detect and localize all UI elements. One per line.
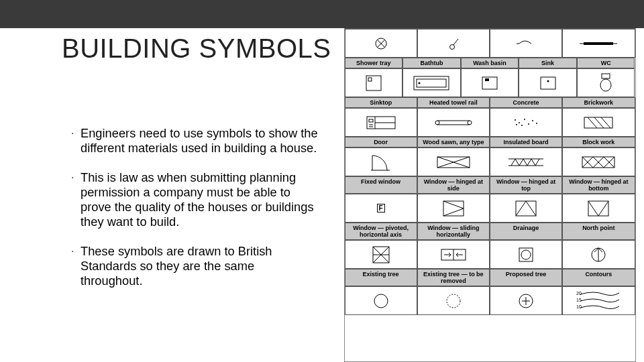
contours-icon: 20 15 10 xyxy=(575,289,622,313)
svg-point-30 xyxy=(515,119,516,121)
table-header: WC xyxy=(577,58,635,68)
window-side-icon xyxy=(442,200,465,217)
symbol-wood-sawn xyxy=(417,147,490,176)
table-header: Window — hinged at side xyxy=(417,176,490,194)
table-header: Sink xyxy=(519,58,577,68)
symbol-sinktop xyxy=(345,108,417,137)
svg-point-34 xyxy=(532,120,533,121)
table-header: Window — sliding horizontally xyxy=(417,223,490,240)
table-header-row: Sinktop Heated towel rail Concrete Brick… xyxy=(345,97,635,108)
svg-rect-62 xyxy=(588,201,608,216)
table-header: Shower tray xyxy=(345,58,403,68)
table-header-row: Existing tree Existing tree — to be remo… xyxy=(345,269,635,286)
symbol-north-point xyxy=(562,240,635,269)
table-row: F xyxy=(345,194,635,223)
window-pivot-icon xyxy=(370,244,392,265)
text-column: BUILDING SYMBOLS · Engineers need to use… xyxy=(0,0,335,362)
table-header: Door xyxy=(345,137,417,147)
table-header: Existing tree — to be removed xyxy=(417,269,490,286)
table-header: Brickwork xyxy=(562,97,635,108)
north-point-icon xyxy=(590,246,607,263)
table-header: Wood sawn, any type xyxy=(417,137,490,147)
table-header-row: Door Wood sawn, any type Insulated board… xyxy=(345,137,635,147)
svg-point-35 xyxy=(536,123,537,124)
sink-icon xyxy=(539,76,557,90)
symbol-block-work xyxy=(562,147,635,176)
wood-sawn-icon xyxy=(437,156,470,168)
table-header: Bathtub xyxy=(402,58,461,68)
symbol-heated-towel-rail xyxy=(417,108,490,137)
svg-line-57 xyxy=(443,201,464,208)
table-header: Sinktop xyxy=(345,97,417,108)
symbol-switch xyxy=(417,29,490,58)
symbol-socket xyxy=(490,29,562,58)
bullet-text: Engineers need to use symbols to show th… xyxy=(80,126,319,156)
table-header: Contours xyxy=(562,269,635,286)
symbol-lamp xyxy=(345,29,417,58)
symbol-fixed-window: F xyxy=(345,194,417,223)
bullet-text: These symbols are drawn to British Stand… xyxy=(80,244,319,288)
svg-point-37 xyxy=(516,124,517,125)
symbol-window-pivot xyxy=(345,240,417,269)
svg-rect-15 xyxy=(485,78,489,81)
wash-basin-icon xyxy=(481,76,498,90)
svg-rect-14 xyxy=(482,77,497,89)
table-header: Concrete xyxy=(490,97,562,108)
table-header: Drainage xyxy=(490,223,562,240)
svg-point-29 xyxy=(468,121,472,125)
symbol-window-side xyxy=(417,194,490,223)
symbol-tree-removed xyxy=(417,286,490,315)
svg-point-19 xyxy=(600,79,611,91)
bullet-icon: · xyxy=(71,244,80,259)
symbol-chart: Lamp Switch Socket Radiator xyxy=(344,17,636,362)
list-item: · These symbols are drawn to British Sta… xyxy=(71,244,319,288)
symbol-brickwork xyxy=(562,108,635,137)
bullet-icon: · xyxy=(71,126,80,141)
symbol-drainage xyxy=(490,240,562,269)
brickwork-icon xyxy=(584,117,613,129)
symbol-radiator xyxy=(562,29,635,58)
symbol-contours: 20 15 10 xyxy=(562,286,635,315)
list-item: · This is law as when submitting plannin… xyxy=(71,170,319,229)
bullet-text: This is law as when submitting planning … xyxy=(80,170,319,229)
bullet-icon: · xyxy=(71,170,80,185)
table-header: Proposed tree xyxy=(490,269,562,286)
window-bottom-icon xyxy=(587,200,610,217)
tree-removed-icon xyxy=(444,292,463,310)
table-header: Window — hinged at top xyxy=(490,176,562,194)
symbol-wc xyxy=(577,68,635,97)
svg-line-61 xyxy=(526,201,536,216)
table-header: Window — pivoted, horizontal axis xyxy=(345,223,417,240)
table-row xyxy=(345,68,635,97)
svg-point-33 xyxy=(528,123,529,125)
symbol-proposed-tree xyxy=(490,286,562,315)
table-header: Heated towel rail xyxy=(417,97,490,108)
table-row xyxy=(345,147,635,176)
table-header: Fixed window xyxy=(345,176,417,194)
bathtub-icon xyxy=(413,75,450,91)
svg-point-77 xyxy=(374,294,388,308)
window-sliding-icon xyxy=(440,248,467,261)
table-header-row: Shower tray Bathtub Wash basin Sink WC xyxy=(345,58,635,68)
table-header: Window — hinged at bottom xyxy=(562,176,635,194)
table-header: Insulated board xyxy=(490,137,562,147)
sinktop-icon xyxy=(366,115,396,130)
table-row xyxy=(345,108,635,137)
table-header: Wash basin xyxy=(461,58,519,68)
svg-point-78 xyxy=(447,294,460,308)
symbol-shower-tray xyxy=(345,68,403,97)
svg-rect-12 xyxy=(417,79,446,87)
table-row xyxy=(345,29,635,58)
list-item: · Engineers need to use symbols to show … xyxy=(71,126,319,156)
bullet-list: · Engineers need to use symbols to show … xyxy=(71,126,319,303)
door-icon xyxy=(370,153,392,172)
lamp-icon xyxy=(374,36,388,51)
table-header: North point xyxy=(562,223,635,240)
contour-label-10: 10 xyxy=(576,304,582,309)
fixed-window-icon: F xyxy=(377,204,385,213)
symbol-table-column: Lamp Switch Socket Radiator xyxy=(335,0,644,362)
svg-point-31 xyxy=(519,122,520,123)
contour-label-15: 15 xyxy=(576,298,582,302)
svg-line-4 xyxy=(453,39,458,45)
svg-point-32 xyxy=(524,119,525,120)
